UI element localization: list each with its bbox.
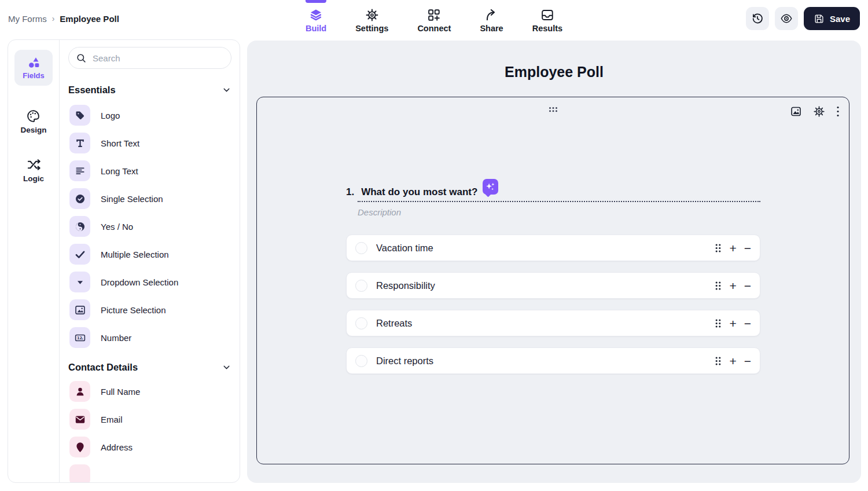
tag-icon bbox=[74, 109, 86, 122]
breadcrumb-my-forms[interactable]: My Forms bbox=[8, 14, 47, 24]
option-drag-handle[interactable] bbox=[715, 281, 722, 291]
option-drag-handle[interactable] bbox=[715, 356, 722, 366]
svg-text:12: 12 bbox=[77, 336, 82, 340]
remove-option-button[interactable]: − bbox=[744, 317, 751, 329]
block-drag-handle[interactable] bbox=[548, 105, 558, 115]
field-item-single-selection[interactable]: Single Selection bbox=[68, 185, 231, 212]
add-option-button[interactable]: + bbox=[729, 242, 736, 254]
field-item-label: Email bbox=[101, 415, 123, 424]
add-option-button[interactable]: + bbox=[729, 317, 736, 329]
block-image-button[interactable] bbox=[790, 105, 802, 118]
field-search-input[interactable] bbox=[93, 53, 224, 63]
field-item-dropdown-selection[interactable]: Dropdown Selection bbox=[68, 268, 231, 296]
question-text[interactable]: What do you most want? bbox=[361, 186, 477, 198]
version-history-icon bbox=[751, 12, 764, 25]
layers-icon bbox=[309, 8, 323, 22]
field-item-label: Address bbox=[101, 442, 133, 452]
field-item-long-text[interactable]: Long Text bbox=[68, 157, 231, 185]
tab-results-label: Results bbox=[532, 24, 562, 33]
field-item-address[interactable]: Address bbox=[68, 433, 231, 461]
option-row-direct-reports[interactable]: Direct reports + − bbox=[346, 347, 760, 374]
breadcrumb-separator: › bbox=[52, 14, 55, 23]
radio-icon[interactable] bbox=[355, 242, 367, 254]
option-controls: + − bbox=[715, 317, 751, 329]
block-settings-button[interactable] bbox=[813, 105, 825, 118]
rail-item-design[interactable]: Design bbox=[20, 109, 46, 134]
save-button[interactable]: Save bbox=[804, 7, 860, 30]
option-label[interactable]: Responsibility bbox=[376, 280, 715, 291]
breadcrumb-current: Employee Poll bbox=[60, 14, 119, 24]
tab-connect-label: Connect bbox=[417, 24, 451, 33]
field-item-short-text[interactable]: Short Text bbox=[68, 129, 231, 157]
left-panel: Fields Design Logic Essentials bbox=[8, 39, 240, 483]
option-drag-handle[interactable] bbox=[715, 318, 722, 328]
field-item-partial[interactable] bbox=[68, 461, 231, 482]
field-item-full-name[interactable]: Full Name bbox=[68, 378, 231, 405]
form-title[interactable]: Employee Poll bbox=[247, 64, 861, 80]
form-canvas: Employee Poll 1. What do you most want? bbox=[247, 41, 861, 483]
question-row: 1. What do you most want? bbox=[346, 184, 498, 200]
option-drag-handle[interactable] bbox=[715, 243, 722, 253]
picture-icon bbox=[74, 304, 86, 316]
shapes-icon bbox=[27, 56, 41, 70]
essentials-list: Logo Short Text Long Text Single Selecti… bbox=[68, 101, 231, 351]
option-row-retreats[interactable]: Retreats + − bbox=[346, 310, 760, 336]
field-item-label: Logo bbox=[101, 111, 120, 120]
top-bar-actions: Save bbox=[746, 7, 860, 30]
option-row-vacation-time[interactable]: Vacation time + − bbox=[346, 234, 760, 261]
field-item-number[interactable]: 12 Number bbox=[68, 324, 231, 351]
rail-item-design-label: Design bbox=[20, 126, 46, 134]
option-label[interactable]: Vacation time bbox=[376, 243, 715, 254]
field-item-yes-no[interactable]: Yes / No bbox=[68, 212, 231, 240]
section-contact-details-header[interactable]: Contact Details bbox=[68, 362, 231, 373]
check-icon bbox=[74, 248, 86, 261]
ai-assist-button[interactable] bbox=[483, 179, 498, 195]
option-label[interactable]: Retreats bbox=[376, 318, 715, 329]
description-placeholder[interactable]: Description bbox=[358, 207, 401, 217]
builder-nav: Build Settings Connect Share Results bbox=[306, 0, 562, 37]
drag-dots-icon bbox=[715, 243, 722, 253]
rail-item-fields-label: Fields bbox=[23, 71, 45, 80]
option-label[interactable]: Direct reports bbox=[376, 356, 715, 367]
shuffle-icon bbox=[27, 157, 41, 172]
option-controls: + − bbox=[715, 280, 751, 292]
drag-dots-icon bbox=[715, 318, 722, 328]
drag-dots-icon bbox=[715, 281, 722, 291]
preview-button[interactable] bbox=[775, 7, 798, 30]
version-history-button[interactable] bbox=[746, 7, 769, 30]
tab-share[interactable]: Share bbox=[480, 0, 503, 37]
field-item-email[interactable]: Email bbox=[68, 405, 231, 433]
block-more-button[interactable] bbox=[836, 105, 840, 118]
tab-settings[interactable]: Settings bbox=[355, 0, 388, 37]
chevron-down-icon bbox=[222, 85, 231, 95]
rail-item-logic[interactable]: Logic bbox=[23, 157, 44, 183]
eye-preview-icon bbox=[780, 12, 793, 25]
section-essentials-header[interactable]: Essentials bbox=[68, 85, 231, 96]
radio-icon[interactable] bbox=[355, 317, 367, 329]
remove-option-button[interactable]: − bbox=[744, 355, 751, 367]
remove-option-button[interactable]: − bbox=[744, 242, 751, 254]
tab-connect[interactable]: Connect bbox=[417, 0, 451, 37]
question-underline bbox=[358, 201, 760, 202]
add-option-button[interactable]: + bbox=[729, 280, 736, 292]
floppy-disk-icon bbox=[814, 13, 825, 24]
field-item-label: Dropdown Selection bbox=[101, 277, 178, 287]
rail-item-fields[interactable]: Fields bbox=[14, 50, 53, 86]
tab-share-label: Share bbox=[480, 24, 503, 33]
field-item-multiple-selection[interactable]: Multiple Selection bbox=[68, 240, 231, 268]
field-item-picture-selection[interactable]: Picture Selection bbox=[68, 296, 231, 324]
radio-icon[interactable] bbox=[355, 280, 367, 292]
envelope-icon bbox=[74, 413, 86, 426]
option-row-responsibility[interactable]: Responsibility + − bbox=[346, 272, 760, 299]
remove-option-button[interactable]: − bbox=[744, 280, 751, 292]
connect-grid-icon bbox=[427, 8, 441, 22]
add-option-button[interactable]: + bbox=[729, 355, 736, 367]
gear-icon bbox=[813, 105, 825, 118]
person-icon bbox=[74, 386, 86, 398]
field-item-label: Full Name bbox=[101, 387, 140, 397]
question-block-card[interactable]: 1. What do you most want? Description Va… bbox=[256, 97, 849, 464]
field-item-logo[interactable]: Logo bbox=[68, 101, 231, 129]
radio-icon[interactable] bbox=[355, 355, 367, 367]
tab-results[interactable]: Results bbox=[532, 0, 562, 37]
tab-build[interactable]: Build bbox=[306, 0, 326, 37]
